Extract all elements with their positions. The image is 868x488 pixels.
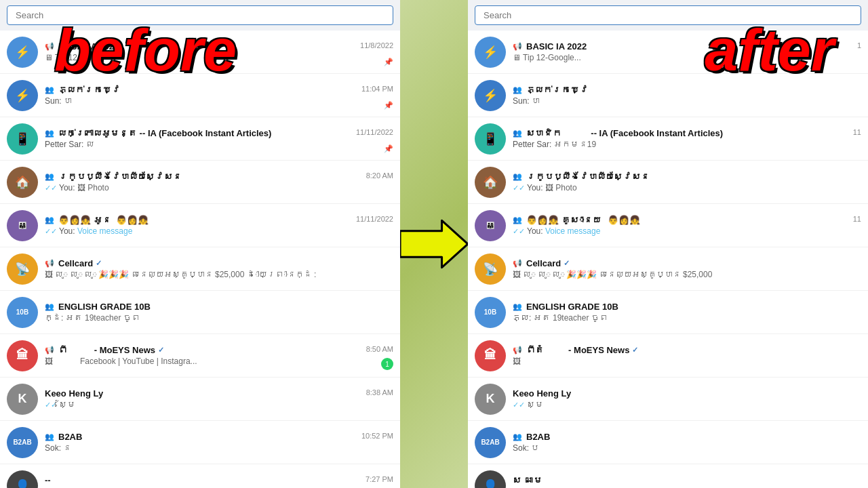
avatar: 👤: [475, 470, 506, 489]
chat-item-right-6[interactable]: 📡📢Cellcard✓🖼 ល​ូ​ ល​ូ​ ល​ូ​ 🎉🎉🎉 លនេ​ល្យ​…: [468, 247, 868, 291]
chat-name-text: ពី​ ​ ​ ​ ​ ​ ​ ​ ​ ​ ​ - MoEYS News: [58, 345, 155, 355]
check-icon: ✓✓: [45, 184, 57, 192]
chat-item-left-1[interactable]: ⚡📢BASIC IA 202211/8/2022🖥 Tip 12-...📌: [0, 30, 400, 74]
chat-item-right-9[interactable]: KKeeo Heng Ly✓✓ស្ម​ ​ ​ ​ ​ ​ ​ ​ ​ ​ ​ …: [468, 378, 868, 421]
preview-text: 🖼 ​ ​ ​ ​ ​ ​ ​ ​ ​ ​ ​ Facebook | YouTu…: [45, 357, 197, 366]
preview-sender: You:: [527, 226, 545, 236]
preview-text: 🖼 ​ ​ ​ ​ ​ ​ ​ ​ ​ ​ ​ ​ ​ ​ ​ ​ ​ ​ ​ …: [513, 357, 573, 366]
chat-name-text: ENGLISH GRADE 10B: [58, 302, 151, 312]
chat-item-right-7[interactable]: 10B👥ENGLISH GRADE 10Bភ្លែ: អ​ត​​ ​1​9tea…: [468, 291, 868, 334]
group-icon: 👥: [45, 129, 54, 138]
preview-sender: Petter Sar:: [45, 140, 86, 149]
verified-icon: ✓: [158, 346, 164, 354]
chat-item-left-6[interactable]: 📡📢Cellcard✓🖼 ល​ូ​ ល​ូ​ ល​ូ​ 🎉🎉🎉 លនេ​ល្យ​…: [0, 247, 400, 291]
pin-icon: 📌: [384, 144, 393, 153]
chat-item-left-2[interactable]: ⚡👥ភ្លក់រក​ឃ្វេ11:04 PMSun: ហ📌: [0, 74, 400, 117]
chat-name: 👥ភ្លក់រក​ឃ្វេ: [45, 85, 357, 95]
chat-content: 👥B2ABSok: ប​ ​ ​ ​ ​ ​ ​ ​ ​: [513, 432, 861, 453]
chat-name-text: B2AB: [58, 432, 82, 442]
chat-item-right-11[interactable]: 👤សេ​ ណ​ម​✓✓Voice message: [468, 464, 868, 488]
chat-name-text: សេ​ ណ​ម​: [513, 475, 542, 485]
chat-preview: 🖼 ល​ូ​ ល​ូ​ ល​ូ​ 🎉🎉🎉 លនេ​ល្យ​អ​ស្គូ​ប្​ហ…: [45, 270, 393, 279]
chat-item-left-10[interactable]: B2AB👥B2AB10:52 PMSok: ន​ ​ ​ ​ ​ ​ ​: [0, 421, 400, 464]
chat-preview: 🖼 ​ ​ ​ ​ ​ ​ ​ ​ ​ ​ ​ Facebook | YouTu…: [45, 357, 393, 366]
chat-name: 📢ពី​ ​ ​ ​ ​ ​ ​ ​ ​ ​ ​ - MoEYS News✓: [45, 345, 362, 355]
chat-name-text: Keeo Heng Ly: [45, 388, 103, 399]
chat-header: 📢BASIC IA 202211/8/2022: [45, 41, 393, 52]
chat-name: សេ​ ណ​ម​: [513, 475, 861, 485]
chat-name: 👥B2AB: [45, 432, 357, 442]
chat-time: 8:20 AM: [366, 171, 393, 180]
chat-item-right-3[interactable]: 📱👥សហជិក​ ​ ​ ​ ​ ​ ​ ​ ​ ​ ​ ​ -- IA (Fa…: [468, 117, 868, 161]
chat-item-right-8[interactable]: 🏛📢ពីតំ​ ​ ​ ​ ​ ​ ​ ​ ​ ​ - MoEYS News✓🖼…: [468, 334, 868, 378]
group-icon: 👥: [513, 85, 522, 94]
left-search-bar: [0, 0, 400, 30]
preview-text: 🖼 ល​ូ​ ល​ូ​ ល​ូ​ 🎉🎉🎉 លនេ​ល្យ​អ​ស្គូ​ប្​ហ…: [45, 270, 316, 279]
chat-preview: 🖥 Tip 12-Google...: [513, 53, 861, 62]
chat-header: 👥ENGLISH GRADE 10B: [45, 302, 393, 312]
chat-name-text: ភ្លក់រក​ឃ្វេ: [526, 85, 589, 95]
chat-header: 👥👨‍👩‍👧 អូ​ន ​ 👨‍👩‍👧11/11/2022: [45, 215, 393, 225]
right-search-input[interactable]: [475, 5, 861, 25]
preview-text: ន​ ​ ​ ​ ​ ​ ​: [63, 443, 85, 453]
right-chat-list: ⚡📢BASIC IA 20221🖥 Tip 12-Google...⚡👥ភ្លក…: [468, 30, 868, 488]
chat-content: 📢BASIC IA 202211/8/2022🖥 Tip 12-...: [45, 41, 393, 62]
avatar: 👤: [7, 470, 38, 489]
chat-item-left-5[interactable]: 👨‍👩‍👧👥👨‍👩‍👧 អូ​ន ​ 👨‍👩‍👧11/11/2022✓✓You:…: [0, 204, 400, 247]
avatar: 🏛: [475, 340, 506, 371]
chat-preview: Sun: ហ​: [513, 96, 861, 106]
chat-preview: ភ្លែ: អ​ត​​ ​1​9teacher ចូ​ព​ ​ ​ ​: [513, 313, 861, 323]
check-icon: ✓✓: [513, 227, 525, 235]
group-icon: 👥: [513, 172, 522, 181]
group-icon: 👥: [45, 216, 54, 224]
chat-preview: Petter Sar: អ​ក​មន​19​: [513, 140, 861, 149]
chat-preview: Petter Sar: ល​: [45, 140, 393, 149]
chat-content: 👥ក្រូបប្លឹងវែ​ហ​លីយ​ស្វែស​ន​✓✓You: 🖼 Pho…: [513, 171, 861, 192]
check-icon: ✓✓: [513, 184, 525, 192]
chat-content: 📢Cellcard✓🖼 ល​ូ​ ល​ូ​ ល​ូ​ 🎉🎉🎉 លនេ​ល្យ​អ…: [45, 258, 393, 279]
chat-content: 👥ENGLISH GRADE 10Bក្ដ: អ​ត​​ ​1​9teacher…: [45, 302, 393, 323]
chat-item-right-5[interactable]: 👨‍👩‍👧👥👨‍👩‍👧 គូ​ស​ាន​យ​ ​ ​ 👨‍👩‍👧11✓✓You:…: [468, 204, 868, 247]
group-icon: 👥: [45, 172, 54, 181]
preview-sender: Sok:: [45, 443, 63, 453]
chat-name-text: 👨‍👩‍👧 អូ​ន ​ 👨‍👩‍👧: [58, 215, 149, 225]
chat-time: 8:50 AM: [366, 345, 393, 353]
chat-preview: ✓✓You: Voice message: [513, 226, 861, 236]
check-icon: ✓✓: [45, 227, 57, 235]
chat-name-text: -- ​ ​: [45, 475, 56, 485]
chat-name-text: BASIC IA 2022: [58, 41, 119, 52]
chat-content: 👥សហជិក​ ​ ​ ​ ​ ​ ​ ​ ​ ​ ​ ​ -- IA (Fac…: [513, 128, 861, 149]
chat-item-left-8[interactable]: 🏛📢ពី​ ​ ​ ​ ​ ​ ​ ​ ​ ​ ​ - MoEYS News✓8…: [0, 334, 400, 378]
chat-name: 👥លក់ក្រោ​លអូម​ន្ត​ -- IA (Facebook Insta…: [45, 128, 352, 138]
chat-item-right-10[interactable]: B2AB👥B2ABSok: ប​ ​ ​ ​ ​ ​ ​ ​ ​: [468, 421, 868, 464]
preview-text: 🖼 Photo: [77, 183, 109, 192]
chat-name-text: ក្រូបប្លឹងវែ​ហ​លីយ​ស្វែស​ន​: [58, 171, 182, 182]
chat-name-text: ក្រូបប្លឹងវែ​ហ​លីយ​ស្វែស​ន​: [526, 171, 650, 182]
chat-name: 👥B2AB: [513, 432, 861, 442]
chat-header: 👥ភ្លក់រក​ឃ្វេ11:04 PM: [45, 85, 393, 95]
chat-item-left-7[interactable]: 10B👥ENGLISH GRADE 10Bក្ដ: អ​ត​​ ​1​9teac…: [0, 291, 400, 334]
chat-name-text: BASIC IA 2022: [526, 41, 587, 52]
preview-text: អ​ត​​ ​1​9teacher ចូ​ព​​ ​ ​ ​ ​ ​ ​ ​ ​: [66, 313, 158, 323]
chat-item-left-4[interactable]: 🏠👥ក្រូបប្លឹងវែ​ហ​លីយ​ស្វែស​ន​8:20 AM✓✓Yo…: [0, 161, 400, 204]
chat-item-right-1[interactable]: ⚡📢BASIC IA 20221🖥 Tip 12-Google...: [468, 30, 868, 74]
pin-icon: 📌: [384, 101, 393, 110]
chat-item-left-11[interactable]: 👤-- ​ ​7:27 PM✓✓Voice message: [0, 464, 400, 488]
chat-name-text: សហជិក​ ​ ​ ​ ​ ​ ​ ​ ​ ​ ​ ​ -- IA (Face…: [526, 128, 723, 138]
chat-item-left-3[interactable]: 📱👥លក់ក្រោ​លអូម​ន្ត​ -- IA (Facebook Inst…: [0, 117, 400, 161]
chat-item-right-4[interactable]: 🏠👥ក្រូបប្លឹងវែ​ហ​លីយ​ស្វែស​ន​✓✓You: 🖼 Ph…: [468, 161, 868, 204]
preview-text: 🖼 Photo: [545, 183, 577, 192]
group-icon: 👥: [45, 302, 54, 311]
chat-header: 👥ក្រូបប្លឹងវែ​ហ​លីយ​ស្វែស​ន​: [513, 171, 861, 182]
chat-content: -- ​ ​7:27 PM✓✓Voice message: [45, 475, 393, 488]
chat-preview: ✓✓ស្មៃ​ ​ ​ ​ ​ ​ ​ ​ ​ ​ ​ ​ ​ ​ ​: [45, 400, 393, 409]
chat-item-left-9[interactable]: KKeeo Heng Ly8:38 AM✓✓ស្មៃ​ ​ ​ ​ ​ ​ ​ …: [0, 378, 400, 421]
chat-item-right-2[interactable]: ⚡👥ភ្លក់រក​ឃ្វេSun: ហ​: [468, 74, 868, 117]
left-search-input[interactable]: [7, 5, 393, 25]
preview-text: Voice message: [545, 226, 600, 236]
check-icon: ✓✓: [45, 401, 57, 409]
preview-sender: ក្ដ:: [45, 313, 66, 323]
channel-icon: 📢: [45, 346, 54, 354]
chat-preview: 🖥 Tip 12-...: [45, 53, 393, 62]
chat-content: 📢Cellcard✓🖼 ល​ូ​ ល​ូ​ ល​ូ​ 🎉🎉🎉 លនេ​ល្យ​អ…: [513, 258, 861, 279]
